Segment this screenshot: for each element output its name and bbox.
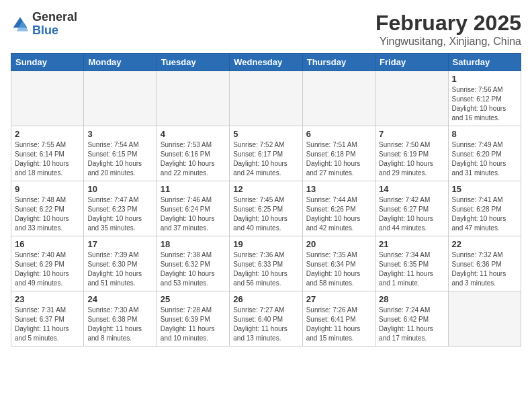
day-number: 1	[452, 74, 517, 84]
location-subtitle: Yingwusitang, Xinjiang, China	[375, 36, 521, 48]
day-number: 27	[306, 294, 371, 304]
calendar-day-21: 21Sunrise: 7:34 AM Sunset: 6:35 PM Dayli…	[375, 236, 448, 291]
calendar-day-10: 10Sunrise: 7:47 AM Sunset: 6:23 PM Dayli…	[84, 181, 157, 236]
calendar-day-22: 22Sunrise: 7:32 AM Sunset: 6:36 PM Dayli…	[448, 236, 521, 291]
calendar-day-2: 2Sunrise: 7:55 AM Sunset: 6:14 PM Daylig…	[11, 126, 84, 181]
calendar-day-empty	[302, 71, 375, 126]
calendar-day-11: 11Sunrise: 7:46 AM Sunset: 6:24 PM Dayli…	[157, 181, 229, 236]
day-info: Sunrise: 7:46 AM Sunset: 6:24 PM Dayligh…	[161, 195, 226, 233]
day-number: 4	[161, 129, 226, 139]
calendar-day-8: 8Sunrise: 7:49 AM Sunset: 6:20 PM Daylig…	[448, 126, 521, 181]
calendar-day-1: 1Sunrise: 7:56 AM Sunset: 6:12 PM Daylig…	[448, 71, 521, 126]
page-header: General Blue February 2025 Yingwusitang,…	[11, 11, 521, 48]
day-number: 3	[87, 129, 152, 139]
calendar-day-3: 3Sunrise: 7:54 AM Sunset: 6:15 PM Daylig…	[84, 126, 157, 181]
day-number: 7	[379, 129, 444, 139]
calendar-day-empty	[84, 71, 157, 126]
weekday-header-wednesday: Wednesday	[230, 54, 302, 71]
calendar-day-6: 6Sunrise: 7:51 AM Sunset: 6:18 PM Daylig…	[302, 126, 375, 181]
weekday-header-sunday: Sunday	[11, 54, 84, 71]
day-info: Sunrise: 7:32 AM Sunset: 6:36 PM Dayligh…	[452, 250, 517, 288]
day-number: 11	[161, 184, 226, 194]
day-number: 6	[306, 129, 371, 139]
calendar-day-18: 18Sunrise: 7:38 AM Sunset: 6:32 PM Dayli…	[157, 236, 229, 291]
calendar-day-empty	[157, 71, 229, 126]
day-info: Sunrise: 7:39 AM Sunset: 6:30 PM Dayligh…	[87, 250, 152, 288]
day-info: Sunrise: 7:31 AM Sunset: 6:37 PM Dayligh…	[15, 306, 80, 343]
day-info: Sunrise: 7:54 AM Sunset: 6:15 PM Dayligh…	[87, 140, 152, 178]
day-number: 26	[233, 294, 298, 304]
calendar-day-20: 20Sunrise: 7:35 AM Sunset: 6:34 PM Dayli…	[302, 236, 375, 291]
day-info: Sunrise: 7:48 AM Sunset: 6:22 PM Dayligh…	[15, 195, 80, 233]
day-info: Sunrise: 7:50 AM Sunset: 6:19 PM Dayligh…	[379, 140, 444, 178]
day-number: 14	[379, 184, 444, 194]
day-info: Sunrise: 7:35 AM Sunset: 6:34 PM Dayligh…	[306, 250, 371, 288]
day-number: 15	[452, 184, 517, 194]
day-number: 12	[233, 184, 298, 194]
day-info: Sunrise: 7:45 AM Sunset: 6:25 PM Dayligh…	[233, 195, 298, 233]
day-number: 17	[87, 239, 152, 249]
logo: General Blue	[11, 11, 77, 38]
day-number: 10	[87, 184, 152, 194]
calendar-week-5: 23Sunrise: 7:31 AM Sunset: 6:37 PM Dayli…	[11, 291, 521, 347]
day-number: 9	[15, 184, 80, 194]
day-number: 20	[306, 239, 371, 249]
calendar-day-empty	[375, 71, 448, 126]
calendar-week-1: 1Sunrise: 7:56 AM Sunset: 6:12 PM Daylig…	[11, 71, 521, 126]
day-number: 28	[379, 294, 444, 304]
day-info: Sunrise: 7:34 AM Sunset: 6:35 PM Dayligh…	[379, 250, 444, 288]
weekday-header-monday: Monday	[84, 54, 157, 71]
day-info: Sunrise: 7:38 AM Sunset: 6:32 PM Dayligh…	[161, 250, 226, 288]
calendar-week-3: 9Sunrise: 7:48 AM Sunset: 6:22 PM Daylig…	[11, 181, 521, 236]
calendar-day-12: 12Sunrise: 7:45 AM Sunset: 6:25 PM Dayli…	[230, 181, 302, 236]
logo-icon	[11, 15, 30, 34]
day-number: 18	[161, 239, 226, 249]
day-info: Sunrise: 7:24 AM Sunset: 6:42 PM Dayligh…	[379, 306, 444, 343]
calendar-day-28: 28Sunrise: 7:24 AM Sunset: 6:42 PM Dayli…	[375, 291, 448, 347]
day-number: 13	[306, 184, 371, 194]
day-number: 2	[15, 129, 80, 139]
logo-text: General Blue	[32, 11, 77, 38]
calendar-day-19: 19Sunrise: 7:36 AM Sunset: 6:33 PM Dayli…	[230, 236, 302, 291]
calendar-day-4: 4Sunrise: 7:53 AM Sunset: 6:16 PM Daylig…	[157, 126, 229, 181]
calendar-day-5: 5Sunrise: 7:52 AM Sunset: 6:17 PM Daylig…	[230, 126, 302, 181]
weekday-header-tuesday: Tuesday	[157, 54, 229, 71]
weekday-header-saturday: Saturday	[448, 54, 521, 71]
day-info: Sunrise: 7:53 AM Sunset: 6:16 PM Dayligh…	[161, 140, 226, 178]
day-info: Sunrise: 7:30 AM Sunset: 6:38 PM Dayligh…	[87, 306, 152, 343]
day-number: 23	[15, 294, 80, 304]
logo-general: General	[32, 11, 77, 24]
day-number: 21	[379, 239, 444, 249]
day-number: 5	[233, 129, 298, 139]
calendar-day-empty	[230, 71, 302, 126]
calendar-day-17: 17Sunrise: 7:39 AM Sunset: 6:30 PM Dayli…	[84, 236, 157, 291]
calendar-day-13: 13Sunrise: 7:44 AM Sunset: 6:26 PM Dayli…	[302, 181, 375, 236]
day-number: 19	[233, 239, 298, 249]
calendar-day-25: 25Sunrise: 7:28 AM Sunset: 6:39 PM Dayli…	[157, 291, 229, 347]
day-info: Sunrise: 7:44 AM Sunset: 6:26 PM Dayligh…	[306, 195, 371, 233]
day-info: Sunrise: 7:36 AM Sunset: 6:33 PM Dayligh…	[233, 250, 298, 288]
day-info: Sunrise: 7:52 AM Sunset: 6:17 PM Dayligh…	[233, 140, 298, 178]
title-block: February 2025 Yingwusitang, Xinjiang, Ch…	[375, 11, 521, 48]
day-number: 16	[15, 239, 80, 249]
weekday-header-row: SundayMondayTuesdayWednesdayThursdayFrid…	[11, 54, 521, 71]
calendar-day-14: 14Sunrise: 7:42 AM Sunset: 6:27 PM Dayli…	[375, 181, 448, 236]
day-info: Sunrise: 7:27 AM Sunset: 6:40 PM Dayligh…	[233, 306, 298, 343]
day-info: Sunrise: 7:56 AM Sunset: 6:12 PM Dayligh…	[452, 85, 517, 123]
weekday-header-friday: Friday	[375, 54, 448, 71]
calendar-week-2: 2Sunrise: 7:55 AM Sunset: 6:14 PM Daylig…	[11, 126, 521, 181]
day-info: Sunrise: 7:51 AM Sunset: 6:18 PM Dayligh…	[306, 140, 371, 178]
day-info: Sunrise: 7:42 AM Sunset: 6:27 PM Dayligh…	[379, 195, 444, 233]
day-number: 8	[452, 129, 517, 139]
calendar-day-27: 27Sunrise: 7:26 AM Sunset: 6:41 PM Dayli…	[302, 291, 375, 347]
calendar-day-26: 26Sunrise: 7:27 AM Sunset: 6:40 PM Dayli…	[230, 291, 302, 347]
day-info: Sunrise: 7:47 AM Sunset: 6:23 PM Dayligh…	[87, 195, 152, 233]
day-info: Sunrise: 7:55 AM Sunset: 6:14 PM Dayligh…	[15, 140, 80, 178]
calendar-day-24: 24Sunrise: 7:30 AM Sunset: 6:38 PM Dayli…	[84, 291, 157, 347]
calendar-day-9: 9Sunrise: 7:48 AM Sunset: 6:22 PM Daylig…	[11, 181, 84, 236]
day-info: Sunrise: 7:41 AM Sunset: 6:28 PM Dayligh…	[452, 195, 517, 233]
calendar-day-23: 23Sunrise: 7:31 AM Sunset: 6:37 PM Dayli…	[11, 291, 84, 347]
day-info: Sunrise: 7:26 AM Sunset: 6:41 PM Dayligh…	[306, 306, 371, 343]
calendar-week-4: 16Sunrise: 7:40 AM Sunset: 6:29 PM Dayli…	[11, 236, 521, 291]
calendar-day-empty	[448, 291, 521, 347]
